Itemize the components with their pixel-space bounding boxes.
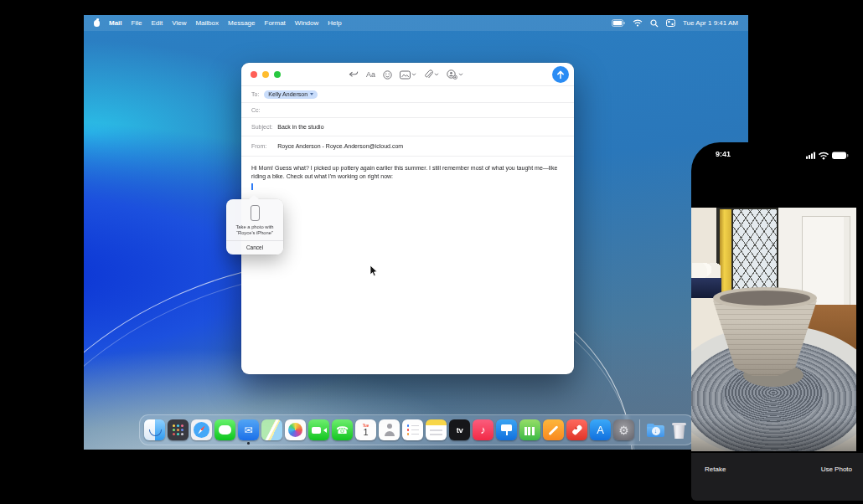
dock-icon-phone[interactable]: ☎ bbox=[332, 419, 353, 440]
control-center-icon[interactable] bbox=[666, 19, 675, 27]
from-field[interactable]: From: Royce Anderson - Royce.Anderson@ic… bbox=[241, 136, 574, 157]
use-photo-button[interactable]: Use Photo bbox=[821, 465, 852, 501]
dock: ✉☎Tue1tv♪A⚙↓ bbox=[139, 414, 695, 445]
dock-icon-notes[interactable] bbox=[426, 419, 447, 440]
iphone-status-icons bbox=[806, 151, 850, 160]
menu-item-format[interactable]: Format bbox=[265, 19, 286, 27]
zoom-window-button[interactable] bbox=[274, 71, 281, 78]
photo-browser-icon bbox=[400, 70, 411, 80]
from-label: From: bbox=[251, 143, 266, 149]
photo-lattice-window bbox=[733, 209, 777, 293]
dock-icon-appstore[interactable]: A bbox=[590, 419, 611, 440]
photo-browser-button[interactable] bbox=[400, 70, 416, 80]
battery-icon[interactable] bbox=[612, 19, 625, 27]
menu-item-file[interactable]: File bbox=[132, 19, 142, 27]
dock-icon-safari[interactable] bbox=[191, 419, 212, 440]
undo-button[interactable] bbox=[349, 70, 359, 80]
attachment-button[interactable] bbox=[424, 69, 439, 80]
close-window-button[interactable] bbox=[251, 71, 257, 78]
icon-glyph: ☎ bbox=[336, 425, 349, 435]
cc-label: Cc: bbox=[251, 107, 261, 113]
menu-items: MailFileEditViewMailboxMessageFormatWind… bbox=[109, 19, 342, 27]
insert-contact-icon bbox=[447, 69, 457, 80]
dock-icon-settings[interactable]: ⚙ bbox=[613, 419, 634, 440]
iphone-icon bbox=[251, 205, 260, 221]
format-label: Aa bbox=[366, 70, 375, 79]
cc-field[interactable]: Cc: bbox=[241, 103, 574, 118]
dock-icon-downloads[interactable]: ↓ bbox=[645, 419, 666, 440]
dock-icon-keynote[interactable] bbox=[496, 419, 517, 440]
send-button[interactable] bbox=[552, 66, 569, 83]
dock-icon-calendar[interactable]: Tue1 bbox=[355, 419, 376, 440]
dock-icon-messages[interactable] bbox=[214, 419, 235, 440]
chevron-down-icon bbox=[458, 73, 463, 76]
subject-field[interactable]: Subject: Back in the studio bbox=[241, 118, 574, 136]
emoji-icon bbox=[383, 70, 392, 80]
dock-icon-numbers[interactable] bbox=[519, 419, 540, 440]
dock-icon-contacts[interactable] bbox=[379, 419, 400, 440]
wifi-icon bbox=[819, 152, 829, 159]
icon-glyph: 1 bbox=[363, 428, 368, 437]
menu-item-mail[interactable]: Mail bbox=[109, 19, 122, 27]
subject-value: Back in the studio bbox=[277, 124, 323, 130]
icon-glyph: tv bbox=[457, 426, 463, 435]
text-cursor bbox=[251, 183, 253, 190]
dock-icon-music[interactable]: ♪ bbox=[473, 419, 494, 440]
compose-toolbar: Aa bbox=[349, 63, 463, 86]
dock-icon-launchpad[interactable] bbox=[168, 419, 189, 440]
dock-separator bbox=[639, 419, 640, 441]
take-photo-popover: Take a photo with “Royce's iPhone” Cance… bbox=[226, 199, 283, 255]
emoji-button[interactable] bbox=[383, 70, 392, 80]
iphone-clock: 9:41 bbox=[716, 150, 731, 158]
dock-icon-facetime[interactable] bbox=[308, 419, 329, 440]
arrow-up-icon bbox=[556, 70, 565, 80]
dock-icon-rocket[interactable] bbox=[566, 419, 587, 440]
menu-item-view[interactable]: View bbox=[172, 19, 186, 27]
photo-bowl-interior bbox=[720, 291, 810, 306]
minimize-window-button[interactable] bbox=[262, 71, 269, 78]
menu-bar-clock[interactable]: Tue Apr 1 9:41 AM bbox=[683, 19, 738, 27]
search-icon[interactable] bbox=[650, 19, 659, 28]
chevron-down-icon bbox=[411, 73, 416, 76]
dock-icon-mail[interactable]: ✉ bbox=[238, 419, 259, 440]
dock-icon-tv[interactable]: tv bbox=[449, 419, 470, 440]
retake-button[interactable]: Retake bbox=[705, 465, 726, 501]
icon-glyph: ⚙ bbox=[618, 424, 629, 436]
menu-item-message[interactable]: Message bbox=[228, 19, 255, 27]
dock-icon-maps[interactable] bbox=[261, 419, 282, 440]
cancel-button[interactable]: Cancel bbox=[226, 241, 283, 255]
running-indicator bbox=[247, 442, 249, 444]
camera-action-bar: Retake Use Photo bbox=[691, 453, 863, 501]
dock-icon-pages[interactable] bbox=[543, 419, 564, 440]
icon-glyph: A bbox=[597, 424, 604, 435]
battery-icon bbox=[832, 152, 848, 160]
apple-menu-icon[interactable] bbox=[94, 20, 100, 27]
menu-item-mailbox[interactable]: Mailbox bbox=[195, 19, 219, 27]
dock-icon-trash[interactable] bbox=[669, 419, 690, 440]
to-field[interactable]: To: Kelly Anderson bbox=[241, 86, 574, 103]
compose-titlebar: Aa bbox=[241, 63, 574, 86]
mouse-cursor bbox=[369, 265, 379, 277]
recipient-token[interactable]: Kelly Anderson bbox=[264, 90, 318, 99]
format-button[interactable]: Aa bbox=[366, 70, 375, 79]
subject-label: Subject: bbox=[251, 124, 272, 130]
dock-icon-photos[interactable] bbox=[285, 419, 306, 440]
menu-bar: MailFileEditViewMailboxMessageFormatWind… bbox=[84, 15, 748, 31]
dock-icon-finder[interactable] bbox=[144, 419, 165, 440]
menu-bar-status: Tue Apr 1 9:41 AM bbox=[612, 19, 738, 28]
menu-item-help[interactable]: Help bbox=[328, 19, 341, 27]
menu-item-edit[interactable]: Edit bbox=[151, 19, 163, 27]
mail-compose-window: Aa bbox=[241, 63, 574, 374]
menu-item-window[interactable]: Window bbox=[295, 19, 318, 27]
wifi-icon[interactable] bbox=[633, 19, 643, 27]
icon-glyph: ↓ bbox=[652, 427, 660, 435]
icon-glyph: ✉ bbox=[244, 425, 252, 435]
message-body[interactable]: Hi Mom! Guess what? I picked up pottery … bbox=[241, 157, 574, 190]
recipient-name: Kelly Anderson bbox=[268, 91, 307, 97]
cellular-signal-icon bbox=[806, 152, 815, 160]
insert-from-device-button[interactable] bbox=[447, 69, 463, 80]
dock-icon-reminders[interactable] bbox=[402, 419, 423, 440]
photo-stained-glass bbox=[720, 209, 731, 293]
paperclip-icon bbox=[424, 69, 433, 80]
chevron-down-icon bbox=[310, 93, 313, 95]
